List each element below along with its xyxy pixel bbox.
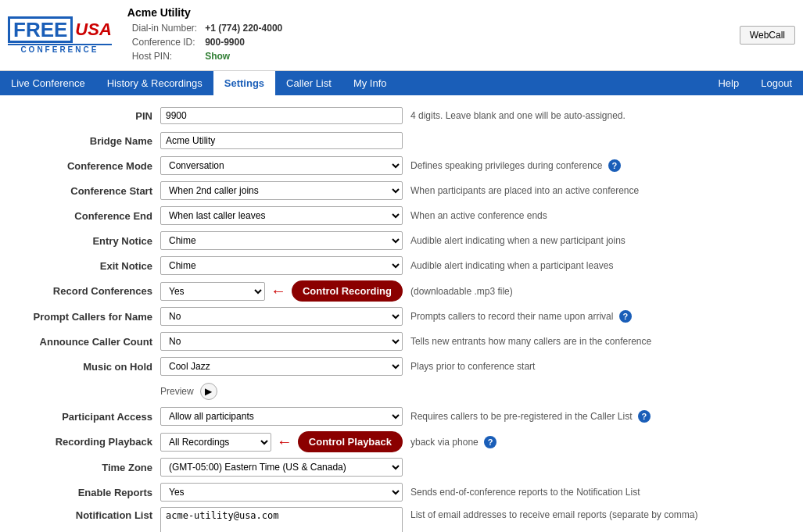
recording-playback-info-icon[interactable]: ? — [484, 436, 496, 448]
timezone-hint — [407, 455, 787, 480]
enable-reports-label: Enable Reports — [16, 480, 156, 505]
music-hold-row: Music on Hold Cool Jazz Plays prior to c… — [16, 354, 787, 379]
webcall-section: WebCall — [740, 26, 795, 45]
settings-form: PIN 4 digits. Leave blank and one will b… — [16, 103, 787, 532]
bridge-name-input-cell — [156, 128, 407, 153]
prompt-callers-select[interactable]: No — [160, 307, 403, 326]
pin-row: PIN 4 digits. Leave blank and one will b… — [16, 103, 787, 128]
header-info: Acme Utility Dial-in Number: +1 (774) 22… — [127, 6, 740, 64]
notification-label: Notification List — [16, 505, 156, 532]
record-label: Record Conferences — [16, 278, 156, 304]
record-hint: (downloadable .mp3 file) — [407, 278, 787, 304]
prompt-callers-row: Prompt Callers for Name No Prompts calle… — [16, 304, 787, 329]
prompt-callers-label: Prompt Callers for Name — [16, 304, 156, 329]
entry-notice-input-cell: Chime — [156, 228, 407, 253]
notification-textarea[interactable] — [160, 507, 403, 532]
music-hold-select[interactable]: Cool Jazz — [160, 357, 403, 376]
enable-reports-select[interactable]: Yes — [160, 483, 403, 502]
notification-hint: List of email addresses to receive email… — [407, 505, 787, 532]
conf-end-label: Conference End — [16, 203, 156, 228]
nav-caller-list[interactable]: Caller List — [275, 71, 342, 95]
entry-notice-label: Entry Notice — [16, 228, 156, 253]
participant-access-info-icon[interactable]: ? — [638, 410, 651, 423]
main-content: PIN 4 digits. Leave blank and one will b… — [0, 95, 803, 532]
music-hold-label: Music on Hold — [16, 354, 156, 379]
logo-usa: USA — [75, 20, 111, 40]
record-select[interactable]: Yes — [160, 282, 265, 301]
navigation: Live Conference History & Recordings Set… — [0, 71, 803, 95]
nav-right: Help Logout — [707, 71, 803, 95]
music-hold-hint: Plays prior to conference start — [407, 354, 787, 379]
conf-end-input-cell: When last caller leaves — [156, 203, 407, 228]
conf-end-select[interactable]: When last caller leaves — [160, 206, 403, 225]
nav-my-info[interactable]: My Info — [342, 71, 398, 95]
preview-label: Preview — [160, 386, 194, 397]
announce-count-input-cell: No — [156, 329, 407, 354]
timezone-select[interactable]: (GMT-05:00) Eastern Time (US & Canada) — [160, 458, 403, 477]
prompt-callers-info-icon[interactable]: ? — [619, 310, 632, 323]
preview-controls: Preview ▶ — [160, 383, 403, 400]
conf-id-label: Conference ID: — [129, 36, 200, 48]
webcall-button[interactable]: WebCall — [740, 26, 795, 45]
announce-count-label: Announce Caller Count — [16, 329, 156, 354]
participant-access-hint: Requires callers to be pre-registered in… — [407, 404, 787, 429]
nav-settings[interactable]: Settings — [213, 71, 275, 95]
prompt-callers-hint: Prompts callers to record their name upo… — [407, 304, 787, 329]
pin-input[interactable] — [160, 107, 403, 124]
bridge-name-input[interactable] — [160, 132, 403, 149]
participant-access-select[interactable]: Allow all participants — [160, 407, 403, 426]
recording-playback-select[interactable]: All Recordings — [160, 433, 271, 452]
host-pin-show-link[interactable]: Show — [205, 51, 230, 62]
exit-notice-label: Exit Notice — [16, 253, 156, 278]
pin-hint: 4 digits. Leave blank and one will be au… — [407, 103, 787, 128]
notification-input-cell — [156, 505, 407, 532]
nav-logout[interactable]: Logout — [750, 71, 803, 95]
conf-mode-info-icon[interactable]: ? — [608, 159, 621, 172]
enable-reports-row: Enable Reports Yes Sends end-of-conferen… — [16, 480, 787, 505]
nav-help[interactable]: Help — [707, 71, 750, 95]
announce-count-select[interactable]: No — [160, 332, 403, 351]
preview-hint — [407, 379, 787, 404]
preview-play-button[interactable]: ▶ — [200, 383, 217, 400]
entry-notice-row: Entry Notice Chime Audible alert indicat… — [16, 228, 787, 253]
dial-in-label: Dial-in Number: — [129, 22, 200, 34]
conf-start-input-cell: When 2nd caller joins — [156, 178, 407, 203]
conf-mode-select[interactable]: Conversation — [160, 156, 403, 175]
conf-start-select[interactable]: When 2nd caller joins — [160, 181, 403, 200]
participant-access-row: Participant Access Allow all participant… — [16, 404, 787, 429]
recording-playback-label: Recording Playback — [16, 429, 156, 455]
prompt-callers-input-cell: No — [156, 304, 407, 329]
entry-notice-select[interactable]: Chime — [160, 231, 403, 250]
enable-reports-hint: Sends end-of-conference reports to the N… — [407, 480, 787, 505]
recording-playback-row: Recording Playback All Recordings ← Cont… — [16, 429, 787, 455]
nav-live-conference[interactable]: Live Conference — [0, 71, 96, 95]
pin-input-cell — [156, 103, 407, 128]
preview-row: Preview ▶ — [16, 379, 787, 404]
participant-access-input-cell: Allow all participants — [156, 404, 407, 429]
exit-notice-hint: Audible alert indicating when a particip… — [407, 253, 787, 278]
conf-mode-label: Conference Mode — [16, 153, 156, 178]
playback-arrow-icon: ← — [277, 433, 292, 451]
conf-mode-input-cell: Conversation — [156, 153, 407, 178]
bridge-name-hint — [407, 128, 787, 153]
record-controls: Yes ← Control Recording — [160, 280, 403, 302]
conf-start-row: Conference Start When 2nd caller joins W… — [16, 178, 787, 203]
notification-row: Notification List List of email addresse… — [16, 505, 787, 532]
logo-free: FREE — [8, 16, 73, 44]
record-input-cell: Yes ← Control Recording — [156, 278, 407, 304]
conf-end-hint: When an active conference ends — [407, 203, 787, 228]
control-playback-button[interactable]: Control Playback — [298, 431, 403, 452]
pin-label: PIN — [16, 103, 156, 128]
bridge-name-label: Bridge Name — [16, 128, 156, 153]
exit-notice-select[interactable]: Chime — [160, 256, 403, 275]
music-hold-input-cell: Cool Jazz — [156, 354, 407, 379]
host-pin-label: Host PIN: — [129, 50, 200, 62]
conf-start-label: Conference Start — [16, 178, 156, 203]
bridge-name-row: Bridge Name — [16, 128, 787, 153]
dial-in-value: +1 (774) 220-4000 — [202, 22, 285, 34]
announce-count-hint: Tells new entrants how many callers are … — [407, 329, 787, 354]
nav-history-recordings[interactable]: History & Recordings — [96, 71, 213, 95]
logo-conference: CONFERENCE — [8, 44, 112, 54]
conf-start-hint: When participants are placed into an act… — [407, 178, 787, 203]
control-recording-button[interactable]: Control Recording — [292, 280, 403, 302]
